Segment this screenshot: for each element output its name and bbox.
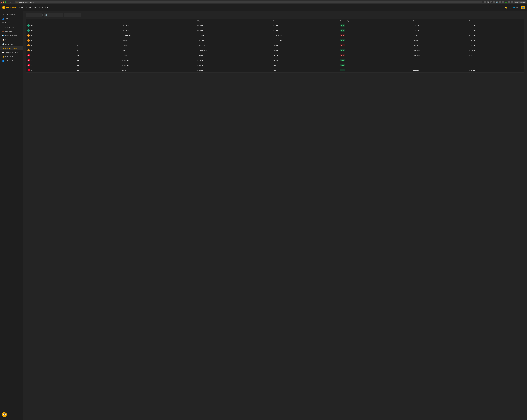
language-text: english (515, 7, 519, 8)
type-label: Buy (342, 25, 344, 26)
type-dot (341, 25, 342, 26)
sidebar-item-otc-orders-history[interactable]: ≡ Otc orders history (0, 46, 23, 50)
address-bar[interactable]: 🔒 ce.datest.ir/user/otc-history (15, 1, 482, 3)
coin-icon-btc: B (27, 39, 30, 42)
sidebar-item-invite-friends[interactable]: 👥 Invite friends (0, 59, 23, 63)
traffic-lights (1, 1, 6, 3)
user-avatar[interactable]: 👤 (521, 6, 525, 9)
coin-name: btc (31, 44, 32, 46)
shield-icon[interactable]: 🛡 (493, 1, 495, 3)
logo[interactable]: ⚡ EXCHANGE (2, 6, 16, 9)
sidebar-item-my-wallets[interactable]: 💼 My wallets (0, 29, 23, 33)
coin-icon-usdt: U (27, 24, 30, 27)
header-right: 🔔 🌙 🌐 english 👤 (505, 6, 525, 9)
main-content: Choose coin ▾ 🕐 Pick a date ▾ Transactio… (23, 11, 527, 420)
sidebar-item-authentication[interactable]: 🗒 Authentication (0, 25, 23, 29)
cell-coin: T trx (26, 68, 76, 73)
cell-total-price: 2,176,308,976 (272, 38, 338, 43)
maximize-button[interactable] (5, 1, 6, 3)
transaction-type-filter[interactable]: Transaction type ▾ (64, 13, 81, 17)
cell-amount: 10 (76, 28, 120, 33)
menu-icon[interactable]: ⋮ (511, 1, 513, 3)
type-dot (341, 70, 342, 71)
moon-icon[interactable]: 🌙 (509, 6, 511, 9)
cell-wage: 2,168 (IRT) (120, 53, 195, 58)
coin-name: trx (31, 54, 32, 56)
nav-home[interactable]: Home (19, 7, 23, 8)
type-label: Buy (342, 50, 344, 51)
type-label: Sell (342, 54, 344, 56)
dashboard-icon: ⊞ (2, 14, 4, 15)
type-dot (341, 35, 342, 36)
cell-coin: B btc (26, 48, 76, 53)
coin-icon-btc: B (27, 44, 30, 46)
coin-name: btc (31, 50, 32, 51)
cell-date (412, 58, 468, 63)
bell-icon[interactable]: 🔔 (505, 6, 507, 9)
type-label: Buy (342, 30, 344, 31)
cell-amount: 20 (76, 68, 120, 73)
cell-total-price: 216,182 (272, 48, 338, 53)
language-selector[interactable]: 🌐 english (513, 7, 519, 8)
sidebar-item-cards-and-accounts[interactable]: 💳 Cards and accounts (0, 50, 23, 54)
cell-total-price: 215,990 (272, 43, 338, 48)
table-row: B btc 1 17,417,346 (IRT) 2,177,168,345.6… (26, 33, 525, 38)
orders-history-icon: 🕐 (2, 43, 4, 45)
cell-wage: 1,728 (IRT) (120, 43, 195, 48)
nav-p2p-trade[interactable]: P2p trade (42, 7, 48, 8)
forward-button[interactable]: › (10, 1, 11, 3)
camera-icon[interactable]: 📷 (490, 1, 492, 3)
nav-markets[interactable]: Markets (34, 7, 40, 8)
type-label: Buy (342, 59, 344, 61)
date-picker[interactable]: 🕐 Pick a date ▾ (44, 13, 63, 17)
cell-time: 1:37:10 PM (468, 28, 525, 33)
transactions-table-container: Coin Amount Wage Unit price Total price … (26, 19, 525, 73)
cell-date: 1/23/2024 (412, 28, 468, 33)
cell-total-price: 271,056 (272, 58, 338, 63)
coin-name: btc (31, 40, 32, 41)
coin-filter[interactable]: Choose coin ▾ (26, 13, 43, 17)
cell-transaction-type: Buy (338, 58, 412, 63)
sidebar-item-profile[interactable]: 👤 Profile (0, 17, 23, 21)
cards-icon: 💳 (2, 52, 4, 53)
sidebar-label-notifications: Notifications (5, 56, 13, 57)
sidebar-item-notifications[interactable]: 🔔 Notifications (0, 54, 23, 59)
minimize-button[interactable] (3, 1, 4, 3)
sidebar-label-otc-orders-history: Otc orders history (5, 47, 17, 49)
pen-icon[interactable]: ✏ (499, 1, 501, 3)
cell-unit-price: 55,039.39 (195, 28, 272, 33)
type-dot (341, 30, 342, 31)
sidebar: ⊞ User dashboard 👤 Profile 🛡 Security 🗒 … (0, 11, 23, 420)
sidebar-item-security[interactable]: 🛡 Security (0, 21, 23, 25)
cell-transaction-type: Buy (338, 23, 412, 28)
reload-button[interactable]: ↻ (12, 1, 14, 3)
col-wage: Wage (120, 19, 195, 23)
globe-icon: 🌐 (513, 7, 515, 8)
table-row: U usdt 10 0.07 (USDT) 55,039.39 550,393 … (26, 28, 525, 33)
back-button[interactable]: ‹ (8, 1, 9, 3)
type-dot (341, 60, 342, 61)
extension-icon-2[interactable]: 36 (487, 1, 489, 3)
sync-icon[interactable]: 🔄 (496, 1, 498, 3)
close-button[interactable] (1, 1, 2, 3)
sidebar-item-current-orders[interactable]: 📋 Current orders (0, 38, 23, 42)
sidebar-item-user-dashboard[interactable]: ⊞ User dashboard (0, 12, 23, 17)
filters-row: Choose coin ▾ 🕐 Pick a date ▾ Transactio… (26, 13, 525, 17)
coin-icon-usdt: U (27, 29, 30, 32)
cell-wage: 0.07 (USDT) (120, 28, 195, 33)
auth-icon: 🗒 (2, 26, 4, 28)
star-icon[interactable]: ★ (502, 1, 504, 3)
sidebar-label-transaction-history: Transaction history (5, 35, 18, 36)
sidebar-item-orders-history[interactable]: 🕐 Orders history (0, 42, 23, 46)
relaunch-button[interactable]: Relaunch to update (514, 1, 526, 3)
cell-time: 5:15:19 PM (468, 68, 525, 73)
cell-time: 5:30:26 PM (468, 33, 525, 38)
cell-time: 5:29:58 PM (468, 38, 525, 43)
extension-icon-1[interactable]: 17 (484, 1, 486, 3)
sidebar-item-transaction-history[interactable]: 📊 Transaction history (0, 33, 23, 38)
coin-name: trx (31, 69, 32, 71)
cell-date (412, 63, 468, 68)
nav-otc-trade[interactable]: OTC Trade (25, 7, 32, 8)
chat-button[interactable]: 💬 (2, 412, 7, 417)
code-icon[interactable]: </> (508, 1, 510, 3)
